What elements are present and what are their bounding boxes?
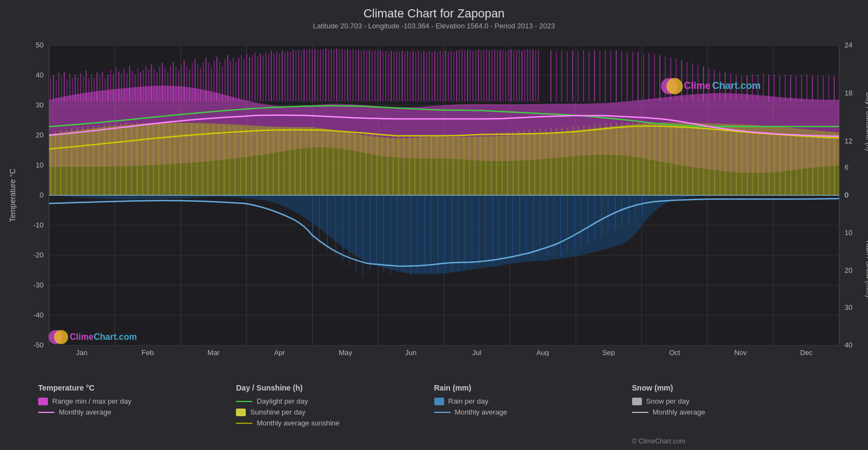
svg-text:Clime: Clime: [684, 80, 711, 91]
svg-rect-168: [354, 132, 356, 195]
svg-rect-263: [66, 79, 68, 101]
svg-rect-242: [757, 134, 759, 195]
svg-rect-77: [410, 195, 411, 276]
svg-rect-442: [578, 51, 579, 101]
legend-label-monthly-avg-sunshine: Monthly average sunshine: [257, 419, 339, 427]
svg-rect-427: [513, 51, 514, 101]
svg-rect-447: [605, 50, 606, 101]
svg-rect-127: [131, 123, 132, 195]
svg-rect-118: [82, 127, 83, 195]
svg-rect-262: [64, 71, 65, 101]
svg-rect-114: [60, 130, 62, 195]
svg-rect-199: [523, 130, 525, 195]
svg-text:-10: -10: [33, 221, 44, 229]
svg-rect-64: [319, 195, 320, 244]
legend-title-snow: Snow (mm): [632, 383, 830, 392]
svg-rect-106: [608, 195, 609, 235]
svg-rect-296: [156, 73, 157, 101]
svg-rect-388: [407, 51, 408, 101]
svg-rect-406: [456, 51, 457, 101]
svg-rect-393: [421, 52, 422, 101]
svg-rect-73: [383, 195, 384, 272]
svg-rect-131: [153, 123, 154, 195]
chart-title: Climate Chart for Zapopan: [0, 7, 868, 21]
svg-rect-354: [314, 49, 315, 101]
svg-rect-316: [211, 67, 212, 101]
legend-title-rain: Rain (mm): [434, 383, 632, 392]
svg-text:20: 20: [36, 131, 44, 139]
svg-rect-175: [392, 136, 394, 195]
svg-text:10: 10: [845, 229, 852, 237]
svg-text:-30: -30: [33, 281, 44, 289]
svg-rect-205: [556, 128, 557, 195]
svg-rect-445: [594, 50, 595, 101]
svg-rect-232: [703, 128, 705, 195]
svg-rect-170: [365, 133, 367, 195]
svg-rect-87: [478, 195, 479, 265]
svg-text:30: 30: [845, 303, 852, 311]
svg-rect-144: [223, 125, 225, 195]
svg-rect-197: [512, 131, 514, 195]
svg-rect-253: [817, 133, 819, 195]
svg-rect-236: [725, 130, 726, 195]
svg-rect-443: [583, 50, 584, 101]
svg-rect-400: [440, 51, 441, 101]
svg-rect-223: [654, 123, 655, 195]
legend-item-monthly-avg-temp: Monthly average: [38, 408, 236, 416]
svg-rect-298: [162, 63, 163, 101]
svg-rect-367: [350, 50, 351, 101]
svg-rect-397: [432, 52, 433, 101]
svg-rect-331: [252, 55, 253, 101]
svg-rect-193: [490, 134, 492, 195]
svg-rect-123: [109, 124, 111, 195]
svg-rect-179: [414, 136, 416, 195]
svg-rect-183: [436, 136, 438, 195]
svg-rect-148: [245, 127, 247, 195]
copyright: © ClimeChart.com: [632, 437, 685, 445]
snow-swatch: [632, 398, 642, 405]
svg-rect-65: [327, 195, 328, 250]
svg-rect-277: [105, 78, 106, 101]
svg-rect-352: [309, 49, 310, 101]
svg-rect-86: [471, 195, 472, 266]
svg-text:Aug: Aug: [536, 349, 549, 356]
svg-rect-172: [376, 134, 378, 195]
svg-rect-300: [167, 71, 168, 101]
svg-rect-283: [121, 74, 122, 101]
svg-rect-321: [224, 59, 226, 101]
svg-text:40: 40: [845, 341, 852, 349]
svg-rect-160: [311, 128, 312, 195]
svg-rect-360: [331, 49, 332, 101]
svg-rect-415: [481, 51, 482, 101]
svg-rect-395: [426, 52, 427, 101]
svg-rect-200: [529, 130, 530, 195]
svg-rect-71: [369, 195, 371, 269]
svg-rect-394: [423, 51, 424, 101]
legend-item-rain-per-day: Rain per day: [434, 397, 632, 405]
svg-text:Nov: Nov: [734, 349, 747, 356]
svg-rect-433: [530, 50, 531, 101]
svg-rect-141: [207, 124, 209, 195]
svg-rect-210: [583, 125, 585, 195]
svg-rect-95: [533, 195, 534, 260]
svg-text:Chart.com: Chart.com: [94, 332, 137, 341]
svg-text:0: 0: [40, 191, 44, 199]
svg-rect-79: [424, 195, 425, 272]
svg-rect-173: [381, 135, 383, 195]
svg-text:0: 0: [845, 191, 848, 199]
svg-rect-281: [116, 67, 117, 101]
legend-label-snow-per-day: Snow per day: [646, 397, 690, 405]
svg-rect-204: [550, 128, 552, 195]
svg-rect-233: [708, 129, 710, 195]
svg-rect-346: [293, 50, 294, 101]
svg-text:24: 24: [845, 41, 852, 49]
svg-rect-156: [289, 128, 290, 195]
legend-item-monthly-avg-snow: Monthly average: [632, 408, 830, 416]
svg-rect-279: [110, 70, 111, 101]
svg-rect-461: [681, 60, 682, 101]
svg-rect-76: [403, 195, 404, 273]
svg-rect-211: [588, 125, 590, 195]
svg-text:40: 40: [36, 71, 44, 79]
svg-rect-478: [774, 74, 775, 101]
svg-rect-85: [465, 195, 466, 269]
